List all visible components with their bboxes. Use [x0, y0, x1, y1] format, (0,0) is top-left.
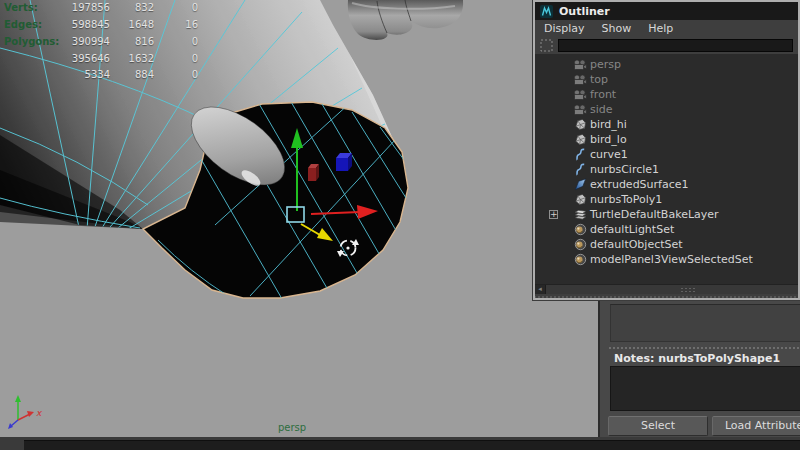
hud-value: 16 [156, 19, 198, 31]
hud-value: 197856 [60, 2, 110, 14]
hud-value: 884 [112, 69, 154, 81]
outliner-item-turtledefaultbakelayer[interactable]: + TurtleDefaultBakeLayer [535, 207, 798, 222]
outliner-menubar: Display Show Help [535, 20, 798, 36]
outliner-hscrollbar[interactable]: ◂ [535, 284, 798, 294]
outliner-item-top[interactable]: top [535, 72, 798, 87]
hud-value: 5334 [60, 69, 110, 81]
attribute-groupbox [610, 304, 800, 342]
item-label: defaultLightSet [590, 223, 674, 236]
outliner-toolbar [535, 36, 798, 54]
attribute-editor-panel: Notes: nurbsToPolyShape1 Select Load Att… [598, 300, 800, 437]
notes-label: Notes: nurbsToPolyShape1 [614, 352, 780, 365]
scroll-left-arrow-icon[interactable]: ◂ [535, 285, 546, 294]
menu-show[interactable]: Show [602, 22, 632, 35]
expand-toggle-icon[interactable]: + [549, 210, 558, 219]
outliner-filter-input[interactable] [558, 39, 793, 52]
outliner-item-side[interactable]: side [535, 102, 798, 117]
timeline-strip[interactable] [0, 437, 800, 450]
scene-render [0, 0, 598, 437]
scrollbar-track[interactable] [546, 285, 798, 294]
camera-icon [573, 103, 587, 117]
hud-value: 390994 [60, 36, 110, 48]
outliner-item-curve1[interactable]: curve1 [535, 147, 798, 162]
hud-row: 5334 884 0 [4, 69, 244, 81]
scrollbar-grip[interactable] [680, 287, 696, 293]
item-label: top [590, 73, 608, 86]
load-attributes-button[interactable]: Load Attributes [712, 416, 800, 436]
hud-row: Edges: 598845 1648 16 [4, 19, 244, 31]
outliner-item-defaultobjectset[interactable]: defaultObjectSet [535, 237, 798, 252]
hud-label: Polygons: [4, 36, 62, 48]
outliner-item-front[interactable]: front [535, 87, 798, 102]
item-label: defaultObjectSet [590, 238, 683, 251]
curve-icon [573, 148, 587, 162]
red-box-object [308, 164, 319, 181]
layer-icon [573, 208, 587, 222]
set-icon [573, 253, 587, 267]
timeline-track[interactable] [24, 440, 800, 450]
item-label: bird_hi [590, 118, 627, 131]
selection-filter-icon[interactable] [539, 38, 553, 52]
hud-label: Edges: [4, 19, 62, 31]
set-icon [573, 238, 587, 252]
select-button[interactable]: Select [608, 416, 708, 436]
hud-value: 816 [112, 36, 154, 48]
camera-icon [573, 58, 587, 72]
item-label: side [590, 103, 613, 116]
menu-help[interactable]: Help [648, 22, 673, 35]
item-label: extrudedSurface1 [590, 178, 689, 191]
item-label: modelPanel3ViewSelectedSet [590, 253, 753, 266]
hud-value: 0 [156, 69, 198, 81]
outliner-item-nurbscircle1[interactable]: nurbsCircle1 [535, 162, 798, 177]
axis-x-label: x [36, 408, 41, 418]
window-resize-strip[interactable] [535, 294, 798, 299]
outliner-list: persp top front side bird_hi [535, 54, 798, 284]
hud-value: 1648 [112, 19, 154, 31]
hud-row: Verts: 197856 832 0 [4, 2, 244, 14]
mesh-icon [573, 118, 587, 132]
hud-value: 395646 [60, 53, 110, 65]
surface-icon [573, 178, 587, 192]
outliner-titlebar[interactable]: Outliner [535, 2, 798, 20]
panel-splitter[interactable] [608, 346, 800, 350]
hud-value: 0 [156, 53, 198, 65]
outliner-window: Outliner Display Show Help persp [533, 0, 800, 300]
camera-icon [573, 73, 587, 87]
blue-box-object [336, 153, 352, 171]
item-label: TurtleDefaultBakeLayer [590, 208, 719, 221]
curve-icon [573, 163, 587, 177]
hud-value: 1632 [112, 53, 154, 65]
hud-value: 0 [156, 36, 198, 48]
mesh-icon [573, 133, 587, 147]
outliner-item-defaultlightset[interactable]: defaultLightSet [535, 222, 798, 237]
hud-value: 598845 [60, 19, 110, 31]
hud-row: Polygons: 390994 816 0 [4, 36, 244, 48]
camera-name-label: persp [262, 422, 322, 433]
item-label: curve1 [590, 148, 628, 161]
hud-row: 395646 1632 0 [4, 53, 244, 65]
window-title: Outliner [559, 5, 610, 18]
viewport-3d[interactable]: Verts: 197856 832 0 Edges: 598845 1648 1… [0, 0, 598, 437]
maya-workspace: Verts: 197856 832 0 Edges: 598845 1648 1… [0, 0, 800, 450]
outliner-item-bird-hi[interactable]: bird_hi [535, 117, 798, 132]
hud-value: 832 [112, 2, 154, 14]
notes-textarea[interactable] [610, 366, 800, 411]
outliner-item-nurbstopoly1[interactable]: nurbsToPoly1 [535, 192, 798, 207]
set-icon [573, 223, 587, 237]
item-label: nurbsToPoly1 [590, 193, 662, 206]
item-label: front [590, 88, 616, 101]
hud-label: Verts: [4, 2, 62, 14]
menu-display[interactable]: Display [544, 22, 585, 35]
item-label: persp [590, 58, 621, 71]
hud-value: 0 [156, 2, 198, 14]
outliner-item-extrudedsurface1[interactable]: extrudedSurface1 [535, 177, 798, 192]
mesh-icon [573, 193, 587, 207]
outliner-item-persp[interactable]: persp [535, 57, 798, 72]
camera-icon [573, 88, 587, 102]
item-label: bird_lo [590, 133, 627, 146]
outliner-item-bird-lo[interactable]: bird_lo [535, 132, 798, 147]
item-label: nurbsCircle1 [590, 163, 659, 176]
outliner-item-modelpanel3viewselectedset[interactable]: modelPanel3ViewSelectedSet [535, 252, 798, 267]
maya-logo-icon [539, 4, 553, 18]
